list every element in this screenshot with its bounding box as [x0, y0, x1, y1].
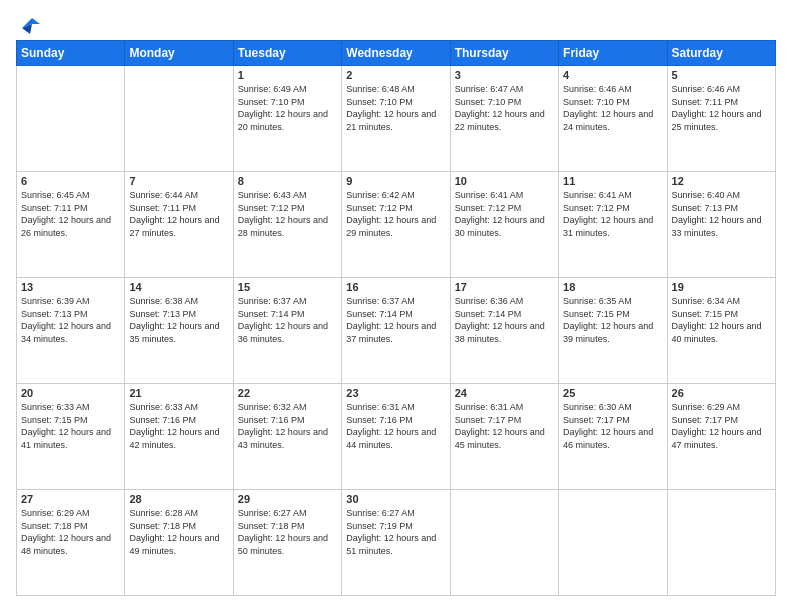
- day-number: 28: [129, 493, 228, 505]
- day-number: 30: [346, 493, 445, 505]
- calendar-cell: 9Sunrise: 6:42 AM Sunset: 7:12 PM Daylig…: [342, 172, 450, 278]
- calendar-cell: 13Sunrise: 6:39 AM Sunset: 7:13 PM Dayli…: [17, 278, 125, 384]
- day-number: 21: [129, 387, 228, 399]
- calendar-cell: 10Sunrise: 6:41 AM Sunset: 7:12 PM Dayli…: [450, 172, 558, 278]
- calendar-cell: [559, 490, 667, 596]
- day-info: Sunrise: 6:37 AM Sunset: 7:14 PM Dayligh…: [346, 295, 445, 345]
- day-number: 10: [455, 175, 554, 187]
- day-number: 3: [455, 69, 554, 81]
- day-number: 25: [563, 387, 662, 399]
- calendar-cell: 8Sunrise: 6:43 AM Sunset: 7:12 PM Daylig…: [233, 172, 341, 278]
- calendar-cell: 17Sunrise: 6:36 AM Sunset: 7:14 PM Dayli…: [450, 278, 558, 384]
- day-info: Sunrise: 6:33 AM Sunset: 7:16 PM Dayligh…: [129, 401, 228, 451]
- day-info: Sunrise: 6:44 AM Sunset: 7:11 PM Dayligh…: [129, 189, 228, 239]
- calendar-cell: 15Sunrise: 6:37 AM Sunset: 7:14 PM Dayli…: [233, 278, 341, 384]
- calendar-cell: 21Sunrise: 6:33 AM Sunset: 7:16 PM Dayli…: [125, 384, 233, 490]
- header: [16, 16, 776, 30]
- day-number: 17: [455, 281, 554, 293]
- day-info: Sunrise: 6:29 AM Sunset: 7:17 PM Dayligh…: [672, 401, 771, 451]
- calendar-cell: 29Sunrise: 6:27 AM Sunset: 7:18 PM Dayli…: [233, 490, 341, 596]
- calendar-cell: 5Sunrise: 6:46 AM Sunset: 7:11 PM Daylig…: [667, 66, 775, 172]
- day-number: 9: [346, 175, 445, 187]
- day-info: Sunrise: 6:41 AM Sunset: 7:12 PM Dayligh…: [563, 189, 662, 239]
- day-number: 8: [238, 175, 337, 187]
- calendar-week-row: 27Sunrise: 6:29 AM Sunset: 7:18 PM Dayli…: [17, 490, 776, 596]
- calendar-cell: 3Sunrise: 6:47 AM Sunset: 7:10 PM Daylig…: [450, 66, 558, 172]
- day-number: 6: [21, 175, 120, 187]
- calendar-week-row: 20Sunrise: 6:33 AM Sunset: 7:15 PM Dayli…: [17, 384, 776, 490]
- calendar-cell: 6Sunrise: 6:45 AM Sunset: 7:11 PM Daylig…: [17, 172, 125, 278]
- calendar-cell: 11Sunrise: 6:41 AM Sunset: 7:12 PM Dayli…: [559, 172, 667, 278]
- calendar-cell: [450, 490, 558, 596]
- day-number: 14: [129, 281, 228, 293]
- day-number: 29: [238, 493, 337, 505]
- calendar-cell: [667, 490, 775, 596]
- day-number: 27: [21, 493, 120, 505]
- calendar-day-header: Friday: [559, 41, 667, 66]
- day-number: 13: [21, 281, 120, 293]
- page: SundayMondayTuesdayWednesdayThursdayFrid…: [0, 0, 792, 612]
- day-number: 12: [672, 175, 771, 187]
- day-info: Sunrise: 6:42 AM Sunset: 7:12 PM Dayligh…: [346, 189, 445, 239]
- day-info: Sunrise: 6:31 AM Sunset: 7:17 PM Dayligh…: [455, 401, 554, 451]
- day-number: 26: [672, 387, 771, 399]
- day-number: 19: [672, 281, 771, 293]
- day-info: Sunrise: 6:48 AM Sunset: 7:10 PM Dayligh…: [346, 83, 445, 133]
- day-number: 24: [455, 387, 554, 399]
- day-info: Sunrise: 6:27 AM Sunset: 7:18 PM Dayligh…: [238, 507, 337, 557]
- calendar-cell: 16Sunrise: 6:37 AM Sunset: 7:14 PM Dayli…: [342, 278, 450, 384]
- day-info: Sunrise: 6:43 AM Sunset: 7:12 PM Dayligh…: [238, 189, 337, 239]
- calendar-day-header: Saturday: [667, 41, 775, 66]
- calendar-cell: 22Sunrise: 6:32 AM Sunset: 7:16 PM Dayli…: [233, 384, 341, 490]
- calendar-day-header: Tuesday: [233, 41, 341, 66]
- day-info: Sunrise: 6:46 AM Sunset: 7:11 PM Dayligh…: [672, 83, 771, 133]
- calendar-cell: 28Sunrise: 6:28 AM Sunset: 7:18 PM Dayli…: [125, 490, 233, 596]
- calendar-day-header: Thursday: [450, 41, 558, 66]
- calendar-cell: 19Sunrise: 6:34 AM Sunset: 7:15 PM Dayli…: [667, 278, 775, 384]
- calendar-cell: [17, 66, 125, 172]
- day-info: Sunrise: 6:33 AM Sunset: 7:15 PM Dayligh…: [21, 401, 120, 451]
- calendar-cell: 20Sunrise: 6:33 AM Sunset: 7:15 PM Dayli…: [17, 384, 125, 490]
- day-info: Sunrise: 6:38 AM Sunset: 7:13 PM Dayligh…: [129, 295, 228, 345]
- day-info: Sunrise: 6:40 AM Sunset: 7:13 PM Dayligh…: [672, 189, 771, 239]
- calendar-day-header: Wednesday: [342, 41, 450, 66]
- day-info: Sunrise: 6:28 AM Sunset: 7:18 PM Dayligh…: [129, 507, 228, 557]
- logo: [16, 16, 40, 30]
- calendar-cell: 4Sunrise: 6:46 AM Sunset: 7:10 PM Daylig…: [559, 66, 667, 172]
- day-number: 22: [238, 387, 337, 399]
- day-info: Sunrise: 6:27 AM Sunset: 7:19 PM Dayligh…: [346, 507, 445, 557]
- day-number: 11: [563, 175, 662, 187]
- calendar-day-header: Monday: [125, 41, 233, 66]
- calendar-table: SundayMondayTuesdayWednesdayThursdayFrid…: [16, 40, 776, 596]
- calendar-week-row: 13Sunrise: 6:39 AM Sunset: 7:13 PM Dayli…: [17, 278, 776, 384]
- day-info: Sunrise: 6:29 AM Sunset: 7:18 PM Dayligh…: [21, 507, 120, 557]
- calendar-cell: 24Sunrise: 6:31 AM Sunset: 7:17 PM Dayli…: [450, 384, 558, 490]
- calendar-cell: 27Sunrise: 6:29 AM Sunset: 7:18 PM Dayli…: [17, 490, 125, 596]
- day-number: 20: [21, 387, 120, 399]
- day-number: 15: [238, 281, 337, 293]
- day-info: Sunrise: 6:41 AM Sunset: 7:12 PM Dayligh…: [455, 189, 554, 239]
- day-info: Sunrise: 6:30 AM Sunset: 7:17 PM Dayligh…: [563, 401, 662, 451]
- day-info: Sunrise: 6:34 AM Sunset: 7:15 PM Dayligh…: [672, 295, 771, 345]
- calendar-cell: 14Sunrise: 6:38 AM Sunset: 7:13 PM Dayli…: [125, 278, 233, 384]
- calendar-cell: 30Sunrise: 6:27 AM Sunset: 7:19 PM Dayli…: [342, 490, 450, 596]
- calendar-week-row: 6Sunrise: 6:45 AM Sunset: 7:11 PM Daylig…: [17, 172, 776, 278]
- calendar-cell: 1Sunrise: 6:49 AM Sunset: 7:10 PM Daylig…: [233, 66, 341, 172]
- day-number: 16: [346, 281, 445, 293]
- calendar-cell: 12Sunrise: 6:40 AM Sunset: 7:13 PM Dayli…: [667, 172, 775, 278]
- day-info: Sunrise: 6:36 AM Sunset: 7:14 PM Dayligh…: [455, 295, 554, 345]
- day-number: 1: [238, 69, 337, 81]
- day-info: Sunrise: 6:37 AM Sunset: 7:14 PM Dayligh…: [238, 295, 337, 345]
- day-info: Sunrise: 6:32 AM Sunset: 7:16 PM Dayligh…: [238, 401, 337, 451]
- day-number: 5: [672, 69, 771, 81]
- calendar-cell: 2Sunrise: 6:48 AM Sunset: 7:10 PM Daylig…: [342, 66, 450, 172]
- day-info: Sunrise: 6:31 AM Sunset: 7:16 PM Dayligh…: [346, 401, 445, 451]
- calendar-cell: 7Sunrise: 6:44 AM Sunset: 7:11 PM Daylig…: [125, 172, 233, 278]
- day-info: Sunrise: 6:46 AM Sunset: 7:10 PM Dayligh…: [563, 83, 662, 133]
- day-number: 23: [346, 387, 445, 399]
- logo-bird-icon: [18, 16, 40, 34]
- calendar-cell: 26Sunrise: 6:29 AM Sunset: 7:17 PM Dayli…: [667, 384, 775, 490]
- day-info: Sunrise: 6:39 AM Sunset: 7:13 PM Dayligh…: [21, 295, 120, 345]
- calendar-cell: 18Sunrise: 6:35 AM Sunset: 7:15 PM Dayli…: [559, 278, 667, 384]
- day-info: Sunrise: 6:45 AM Sunset: 7:11 PM Dayligh…: [21, 189, 120, 239]
